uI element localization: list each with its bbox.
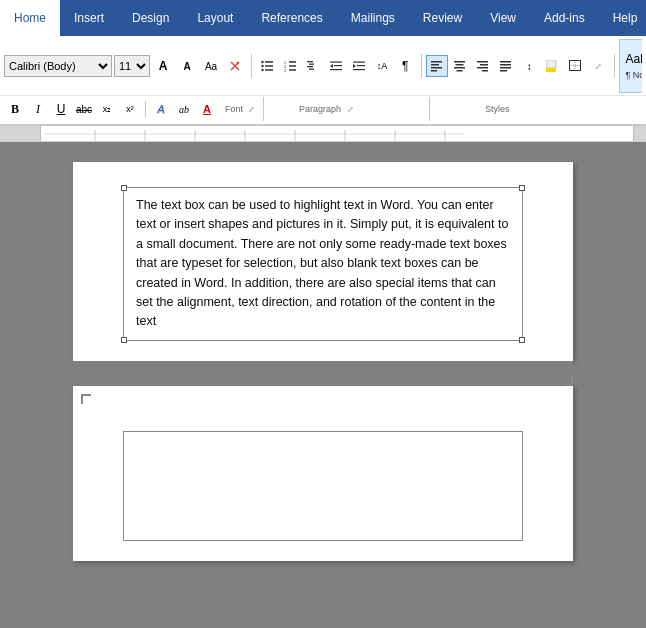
menu-tab-design[interactable]: Design [118,0,183,36]
svg-rect-25 [431,64,439,66]
page-2 [73,386,573,561]
grow-font-button[interactable]: A [152,55,174,77]
svg-rect-26 [431,67,442,69]
subscript-button[interactable]: x₂ [96,98,118,120]
svg-rect-19 [330,69,342,70]
svg-rect-36 [500,61,511,63]
svg-rect-27 [431,70,437,72]
svg-rect-21 [353,62,365,63]
svg-rect-14 [307,66,313,67]
font-expand-button[interactable]: ⤢ [244,102,258,116]
svg-rect-29 [456,64,464,66]
bold-button[interactable]: B [4,98,26,120]
paragraph-expand-button[interactable]: ⤢ [343,102,357,116]
svg-rect-39 [500,70,507,72]
page-1-content: The text box can be used to highlight te… [73,162,573,361]
svg-rect-15 [309,69,314,70]
show-paragraph-button[interactable]: ¶ [394,55,416,77]
menu-tab-view[interactable]: View [476,0,530,36]
svg-rect-1 [265,61,273,63]
numbering-button[interactable]: 1.2.3. [279,55,301,77]
svg-rect-33 [480,64,488,66]
menu-tab-layout[interactable]: Layout [183,0,247,36]
handle-bl[interactable] [121,337,127,343]
align-left-button[interactable] [426,55,448,77]
svg-point-4 [261,69,263,71]
align-right-button[interactable] [472,55,494,77]
multilevel-button[interactable] [302,55,324,77]
svg-rect-12 [307,61,313,62]
text-box-2-empty[interactable] [123,431,523,541]
line-spacing-button[interactable]: ↕ [518,55,540,77]
font-name-select[interactable]: Calibri (Body) [4,55,112,77]
svg-rect-3 [265,65,273,67]
menu-tab-insert[interactable]: Insert [60,0,118,36]
svg-rect-18 [334,65,342,66]
menu-tab-review[interactable]: Review [409,0,476,36]
svg-rect-37 [500,64,511,66]
svg-rect-35 [482,70,488,72]
ruler-ticks [45,126,629,142]
document-scroll-area[interactable]: The text box can be used to highlight te… [0,142,646,628]
menu-tab-home[interactable]: Home [0,0,60,36]
text-box-1[interactable]: The text box can be used to highlight te… [123,187,523,341]
svg-text:3.: 3. [284,69,287,73]
menu-bar: Home Insert Design Layout References Mai… [0,0,646,36]
page-2-content [73,386,573,561]
decrease-indent-button[interactable] [325,55,347,77]
svg-point-2 [261,65,263,67]
paragraph-group-label: Paragraph [299,104,341,114]
handle-br[interactable] [519,337,525,343]
svg-rect-38 [500,67,511,69]
menu-tab-addins[interactable]: Add-ins [530,0,599,36]
menu-tab-help[interactable]: Help [599,0,646,36]
underline-button[interactable]: U [50,98,72,120]
menu-tab-mailings[interactable]: Mailings [337,0,409,36]
corner-marker-gap-right [563,376,573,386]
font-color-button[interactable]: A [196,98,218,120]
clear-format-button[interactable] [224,55,246,77]
handle-tl[interactable] [121,185,127,191]
increase-indent-button[interactable] [348,55,370,77]
styles-group-label: Styles [485,104,510,114]
page-gap [73,361,573,386]
change-case-button[interactable]: Aa [200,55,222,77]
svg-rect-30 [454,67,465,69]
menu-tab-references[interactable]: References [247,0,336,36]
content-area: The text box can be used to highlight te… [0,126,646,628]
text-box-1-content: The text box can be used to highlight te… [136,198,508,328]
svg-marker-20 [353,64,356,68]
corner-marker-tl2 [81,394,91,404]
svg-rect-22 [357,65,365,66]
ruler [0,126,646,142]
svg-rect-7 [289,61,296,63]
para-expand-button[interactable]: ⤢ [587,55,609,77]
align-center-button[interactable] [449,55,471,77]
svg-rect-23 [353,69,365,70]
svg-rect-34 [477,67,488,69]
font-size-select[interactable]: 11 [114,55,150,77]
shading-button[interactable] [541,55,563,77]
text-effects-button[interactable]: A [150,98,172,120]
style-normal-button[interactable]: AaBbCcDc ¶ Normal [619,39,642,93]
svg-marker-16 [330,64,333,68]
highlight-button[interactable]: ab [173,98,195,120]
borders-button[interactable] [564,55,586,77]
superscript-button[interactable]: x² [119,98,141,120]
svg-rect-40 [546,60,556,68]
strikethrough-button[interactable]: abc [73,98,95,120]
sort-button[interactable]: ↕A [371,55,393,77]
svg-point-0 [261,61,263,63]
justify-button[interactable] [495,55,517,77]
svg-rect-31 [457,70,463,72]
separator-mid2 [429,97,430,121]
handle-tr[interactable] [519,185,525,191]
font-group-label: Font [225,104,243,114]
separator-small-1 [145,101,146,117]
bullets-button[interactable] [256,55,278,77]
shrink-font-button[interactable]: A [176,55,198,77]
italic-button[interactable]: I [27,98,49,120]
svg-rect-32 [477,61,488,63]
separator-mid [263,97,264,121]
svg-rect-13 [309,64,314,65]
